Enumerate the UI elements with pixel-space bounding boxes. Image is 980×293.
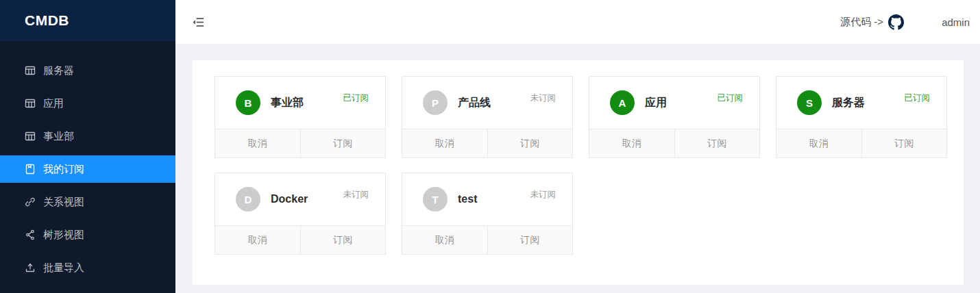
card-body: B 事业部 已订阅 — [215, 77, 385, 129]
status-badge: 未订阅 — [530, 92, 556, 104]
cancel-button[interactable]: 取消 — [402, 226, 487, 254]
table-icon — [24, 131, 36, 142]
cancel-button[interactable]: 取消 — [215, 226, 300, 254]
sidebar-item-label: 服务器 — [43, 64, 74, 77]
status-badge: 已订阅 — [343, 92, 369, 104]
card-actions: 取消 订阅 — [215, 129, 385, 157]
cancel-button[interactable]: 取消 — [589, 129, 674, 157]
cancel-button[interactable]: 取消 — [776, 129, 861, 157]
card-actions: 取消 订阅 — [215, 225, 385, 254]
link-icon — [24, 196, 36, 208]
card-body: D Docker 未订阅 — [215, 173, 385, 225]
subscribe-button[interactable]: 订阅 — [300, 129, 386, 157]
subscription-card: D Docker 未订阅 取消 订阅 — [215, 173, 386, 255]
sidebar-menu: 服务器 应用 事业部 我的订阅 关系视图 — [0, 41, 175, 281]
card-actions: 取消 订阅 — [589, 129, 759, 157]
sidebar-item-label: 我的订阅 — [43, 163, 84, 176]
subscription-card: T test 未订阅 取消 订阅 — [402, 173, 573, 255]
menu-fold-icon[interactable] — [192, 16, 205, 29]
subscription-card: B 事业部 已订阅 取消 订阅 — [215, 76, 386, 158]
subscription-card: P 产品线 未订阅 取消 订阅 — [402, 76, 573, 158]
sidebar: CMDB 服务器 应用 事业部 我的订阅 — [0, 0, 175, 293]
github-icon[interactable] — [888, 14, 904, 30]
user-menu[interactable]: admin — [942, 16, 970, 28]
subscribe-button[interactable]: 订阅 — [300, 226, 386, 254]
subscriptions-panel: B 事业部 已订阅 取消 订阅 P 产品线 未订阅 取消 订阅 — [193, 60, 964, 285]
card-body: P 产品线 未订阅 — [402, 77, 572, 129]
cancel-button[interactable]: 取消 — [402, 129, 487, 157]
subscribe-button[interactable]: 订阅 — [861, 129, 947, 157]
sidebar-item-label: 关系视图 — [43, 196, 84, 209]
sidebar-item-label: 批量导入 — [43, 262, 84, 275]
avatar: S — [797, 90, 822, 115]
upload-icon — [24, 262, 36, 274]
share-alt-icon — [24, 229, 36, 241]
card-actions: 取消 订阅 — [402, 225, 572, 254]
subscription-card: A 应用 已订阅 取消 订阅 — [589, 76, 760, 158]
card-title: Docker — [271, 193, 308, 205]
sidebar-item-my-subscriptions[interactable]: 我的订阅 — [0, 155, 175, 183]
app-logo[interactable]: CMDB — [0, 0, 175, 41]
table-icon — [24, 98, 36, 110]
subscription-cards-grid: B 事业部 已订阅 取消 订阅 P 产品线 未订阅 取消 订阅 — [215, 76, 964, 255]
card-title: 服务器 — [832, 96, 865, 110]
subscribe-button[interactable]: 订阅 — [674, 129, 760, 157]
avatar: B — [236, 90, 260, 115]
status-badge: 已订阅 — [718, 92, 744, 104]
sidebar-item-relation-view[interactable]: 关系视图 — [0, 188, 175, 216]
card-actions: 取消 订阅 — [776, 129, 946, 157]
sidebar-item-label: 应用 — [43, 97, 64, 110]
status-badge: 未订阅 — [343, 189, 369, 201]
app-title: CMDB — [25, 12, 69, 29]
sidebar-item-business-units[interactable]: 事业部 — [0, 123, 175, 150]
avatar: D — [236, 187, 260, 212]
sidebar-item-batch-import[interactable]: 批量导入 — [0, 254, 175, 281]
subscription-card: S 服务器 已订阅 取消 订阅 — [776, 76, 947, 158]
content-area: B 事业部 已订阅 取消 订阅 P 产品线 未订阅 取消 订阅 — [175, 44, 980, 293]
avatar: A — [610, 90, 635, 115]
card-body: S 服务器 已订阅 — [776, 77, 946, 129]
sidebar-item-servers[interactable]: 服务器 — [0, 57, 175, 84]
book-icon — [24, 164, 36, 175]
sidebar-item-applications[interactable]: 应用 — [0, 90, 175, 117]
table-icon — [24, 65, 36, 77]
header-right: 源代码 -> admin — [840, 14, 980, 30]
card-actions: 取消 订阅 — [402, 129, 572, 157]
source-code-link[interactable]: 源代码 -> — [840, 16, 883, 29]
card-title: test — [458, 193, 477, 205]
card-body: A 应用 已订阅 — [589, 77, 759, 129]
card-title: 应用 — [645, 96, 667, 110]
status-badge: 未订阅 — [530, 189, 556, 201]
avatar: P — [423, 90, 448, 115]
card-title: 事业部 — [271, 96, 304, 110]
subscribe-button[interactable]: 订阅 — [487, 129, 573, 157]
status-badge: 已订阅 — [905, 92, 931, 104]
avatar: T — [423, 187, 448, 212]
subscribe-button[interactable]: 订阅 — [487, 226, 573, 254]
card-title: 产品线 — [458, 96, 491, 110]
sidebar-item-label: 树形视图 — [43, 229, 84, 242]
sidebar-item-label: 事业部 — [43, 130, 74, 143]
card-body: T test 未订阅 — [402, 173, 572, 225]
sidebar-item-tree-view[interactable]: 树形视图 — [0, 221, 175, 249]
top-header: 源代码 -> admin — [175, 0, 980, 44]
cancel-button[interactable]: 取消 — [215, 129, 300, 157]
